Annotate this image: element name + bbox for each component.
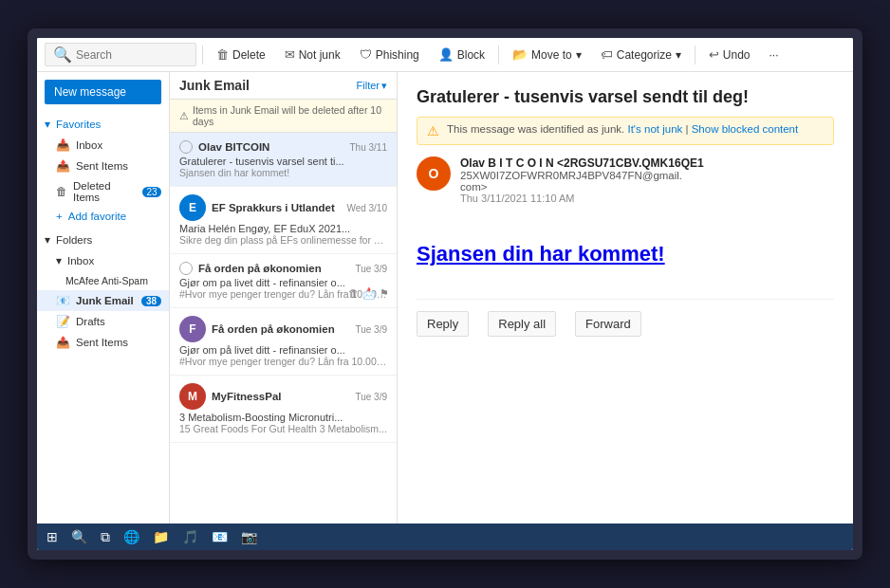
- email-actions: 🗑 📩 ⚑: [348, 287, 389, 300]
- sidebar-item-sent[interactable]: 📤 Sent Items: [37, 156, 169, 176]
- sidebar-item-inbox-sub[interactable]: ▾ Inbox: [37, 250, 169, 271]
- email-item[interactable]: E EF Sprakkurs i Utlandet Wed 3/10 Maria…: [170, 187, 397, 254]
- email-date: Tue 3/9: [355, 392, 387, 402]
- filter-button[interactable]: Filter ▾: [357, 80, 387, 92]
- more-options-button[interactable]: ···: [762, 46, 787, 64]
- sender-block: O Olav B I T C O I N <2RGSU71CBV.QMK16QE…: [417, 156, 834, 204]
- camera-icon[interactable]: 📷: [237, 527, 261, 546]
- sent2-icon: 📤: [56, 336, 70, 349]
- email-body: Sjansen din har kommet!: [417, 219, 834, 289]
- main-content: New message ▾ Favorites 📥 Inbox 📤 Sent I…: [37, 72, 853, 524]
- chevron-icon-3: ▾: [56, 254, 62, 267]
- chevron-icon-2: ▾: [45, 233, 50, 247]
- junk-badge: 38: [141, 296, 161, 306]
- folder-title: Junk Email: [179, 78, 250, 93]
- warning-notice-icon: ⚠: [427, 123, 439, 138]
- delete-button[interactable]: 🗑 Delete: [209, 45, 273, 64]
- email-list: Junk Email Filter ▾ ⚠ Items in Junk Emai…: [170, 72, 398, 524]
- sidebar-item-drafts[interactable]: 📝 Drafts: [37, 311, 169, 332]
- notjunk-button[interactable]: ✉ Not junk: [277, 45, 348, 64]
- toolbar: 🔍 🗑 Delete ✉ Not junk 🛡 Phishing 👤 Block: [37, 38, 853, 72]
- delete-action-icon[interactable]: 🗑: [348, 287, 359, 300]
- sidebar-item-junk[interactable]: 📧 Junk Email 38: [37, 290, 169, 311]
- reply-button[interactable]: Reply: [417, 311, 469, 337]
- email-item[interactable]: Olav BITCOIN Thu 3/11 Gratulerer - tusen…: [170, 133, 397, 187]
- phishing-button[interactable]: 🛡 Phishing: [352, 45, 427, 64]
- sidebar-item-add-favorite[interactable]: + Add favorite: [37, 207, 169, 226]
- chevron-down-icon: ▾: [576, 48, 582, 62]
- avatar: M: [179, 383, 206, 410]
- avatar: F: [179, 316, 206, 342]
- archive-action-icon[interactable]: 📩: [362, 287, 376, 300]
- sidebar-item-favorites[interactable]: ▾ Favorites: [37, 114, 169, 135]
- sender-email-2: com>: [460, 181, 704, 193]
- show-blocked-link[interactable]: Show blocked content: [692, 123, 799, 135]
- notjunk-icon: ✉: [285, 47, 295, 62]
- sidebar-item-inbox[interactable]: 📥 Inbox: [37, 135, 169, 156]
- sidebar-item-mcafee[interactable]: McAfee Anti-Spam: [37, 271, 169, 290]
- search-taskbar-icon[interactable]: 🔍: [67, 527, 91, 546]
- teams-icon[interactable]: 🎵: [178, 527, 202, 546]
- email-subject: Gratulerer - tusenvis varsel sent ti...: [179, 156, 387, 167]
- email-sender: EF Sprakkurs i Utlandet: [212, 202, 341, 213]
- moveto-button[interactable]: 📂 Move to ▾: [505, 45, 589, 64]
- categorize-button[interactable]: 🏷 Categorize ▾: [593, 45, 689, 64]
- chevron-icon: ▾: [45, 118, 50, 131]
- email-preview: Sikre deg din plass på EFs onlinemesse f…: [179, 234, 387, 246]
- undo-icon: ↩: [709, 47, 719, 62]
- block-button[interactable]: 👤 Block: [431, 45, 492, 64]
- edge-icon[interactable]: 🌐: [120, 527, 143, 546]
- new-message-button[interactable]: New message: [45, 80, 161, 104]
- taskbar: ⊞ 🔍 ⧉ 🌐 📁 🎵 📧 📷: [37, 524, 853, 550]
- email-preview: 15 Great Foods For Gut Health 3 Metaboli…: [179, 423, 387, 434]
- email-subject: Gjør om på livet ditt - refinansier o...: [179, 344, 387, 356]
- moveto-icon: 📂: [512, 47, 528, 62]
- sent-time: Thu 3/11/2021 11:10 AM: [460, 193, 704, 204]
- separator-2: [498, 46, 499, 64]
- email-item[interactable]: F Få orden på økonomien Tue 3/9 Gjør om …: [170, 308, 397, 376]
- chevron-filter-icon: ▾: [381, 80, 387, 92]
- search-input[interactable]: [76, 48, 190, 62]
- email-list-header: Junk Email Filter ▾: [170, 72, 397, 100]
- separator-3: [695, 46, 695, 64]
- sender-info: Olav B I T C O I N <2RGSU71CBV.QMK16QE1 …: [460, 156, 704, 204]
- avatar: E: [179, 194, 206, 221]
- email-radio[interactable]: [179, 140, 193, 154]
- email-item[interactable]: Få orden på økonomien Tue 3/9 Gjør om pa…: [170, 254, 397, 308]
- email-radio[interactable]: [179, 262, 193, 275]
- email-cta-link[interactable]: Sjansen din har kommet!: [417, 242, 834, 266]
- sidebar-item-folders[interactable]: ▾ Folders: [37, 230, 169, 250]
- email-item[interactable]: M MyFitnessPal Tue 3/9 3 Metabolism-Boos…: [170, 376, 397, 443]
- drafts-icon: 📝: [56, 315, 70, 328]
- email-sender: Få orden på økonomien: [198, 263, 349, 274]
- junk-notice: ⚠ This message was identified as junk. I…: [417, 117, 834, 145]
- reading-pane: Gratulerer - tusenvis varsel sendt til d…: [398, 72, 853, 524]
- forward-button[interactable]: Forward: [575, 311, 641, 337]
- inbox-icon: 📥: [56, 138, 70, 152]
- undo-button[interactable]: ↩ Undo: [701, 45, 758, 64]
- email-preview: Sjansen din har kommet!: [179, 167, 387, 178]
- email-date: Tue 3/9: [355, 264, 387, 274]
- sidebar-item-sent2[interactable]: 📤 Sent Items: [37, 332, 169, 353]
- separator-1: [202, 46, 203, 64]
- search-bar[interactable]: 🔍: [45, 43, 196, 66]
- flag-action-icon[interactable]: ⚑: [380, 287, 389, 300]
- sidebar-item-deleted[interactable]: 🗑 Deleted Items 23: [37, 176, 169, 207]
- categorize-icon: 🏷: [601, 47, 613, 62]
- file-explorer-icon[interactable]: 📁: [149, 527, 173, 546]
- phishing-icon: 🛡: [360, 47, 372, 62]
- reply-all-button[interactable]: Reply all: [488, 311, 556, 337]
- deleted-icon: 🗑: [56, 185, 67, 198]
- taskview-icon[interactable]: ⧉: [97, 527, 114, 547]
- notjunk-link[interactable]: It's not junk: [627, 123, 682, 135]
- windows-button[interactable]: ⊞: [43, 527, 62, 546]
- outlook-taskbar-icon[interactable]: 📧: [208, 527, 232, 546]
- sent-icon: 📤: [56, 159, 70, 173]
- search-icon: 🔍: [53, 46, 72, 64]
- add-icon: +: [56, 211, 63, 222]
- sidebar-section-favorites: ▾ Favorites 📥 Inbox 📤 Sent Items 🗑 Delet…: [37, 112, 169, 228]
- sender-email: 25XW0I7ZOFWRR0MRJ4BPV847FN@gmail.: [460, 170, 704, 181]
- email-date: Wed 3/10: [346, 203, 387, 213]
- block-icon: 👤: [438, 47, 454, 62]
- warning-icon: ⚠: [179, 110, 189, 121]
